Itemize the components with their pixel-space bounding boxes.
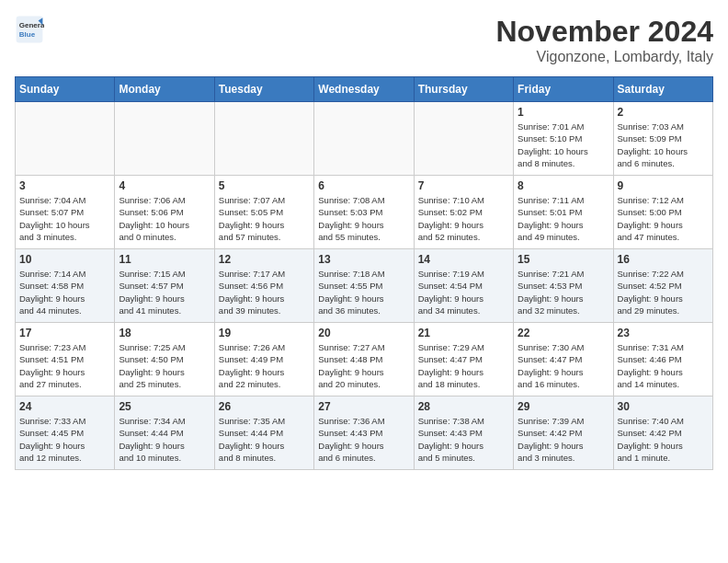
calendar-cell: 29Sunrise: 7:39 AM Sunset: 4:42 PM Dayli…: [514, 396, 613, 470]
calendar-cell: 3Sunrise: 7:04 AM Sunset: 5:07 PM Daylig…: [16, 176, 115, 249]
day-number: 30: [618, 400, 709, 413]
day-info: Sunrise: 7:06 AM Sunset: 5:06 PM Dayligh…: [119, 194, 210, 243]
day-info: Sunrise: 7:35 AM Sunset: 4:44 PM Dayligh…: [219, 415, 310, 464]
day-info: Sunrise: 7:04 AM Sunset: 5:07 PM Dayligh…: [19, 194, 110, 243]
day-info: Sunrise: 7:03 AM Sunset: 5:09 PM Dayligh…: [618, 121, 709, 169]
calendar-cell: 7Sunrise: 7:10 AM Sunset: 5:02 PM Daylig…: [414, 176, 513, 249]
day-info: Sunrise: 7:21 AM Sunset: 4:53 PM Dayligh…: [518, 268, 609, 316]
calendar-cell: [115, 102, 214, 176]
col-header-thursday: Thursday: [414, 77, 513, 102]
calendar-cell: 2Sunrise: 7:03 AM Sunset: 5:09 PM Daylig…: [613, 102, 712, 176]
day-info: Sunrise: 7:25 AM Sunset: 4:50 PM Dayligh…: [119, 341, 210, 390]
calendar-cell: 25Sunrise: 7:34 AM Sunset: 4:44 PM Dayli…: [115, 396, 214, 470]
day-info: Sunrise: 7:31 AM Sunset: 4:46 PM Dayligh…: [618, 341, 709, 390]
calendar-cell: 24Sunrise: 7:33 AM Sunset: 4:45 PM Dayli…: [16, 396, 115, 470]
calendar-header-row: SundayMondayTuesdayWednesdayThursdayFrid…: [16, 77, 713, 102]
col-header-monday: Monday: [115, 77, 214, 102]
calendar-cell: 23Sunrise: 7:31 AM Sunset: 4:46 PM Dayli…: [613, 323, 712, 396]
calendar-week-3: 10Sunrise: 7:14 AM Sunset: 4:58 PM Dayli…: [16, 249, 713, 323]
day-number: 4: [119, 179, 210, 192]
day-info: Sunrise: 7:36 AM Sunset: 4:43 PM Dayligh…: [318, 415, 409, 464]
day-info: Sunrise: 7:17 AM Sunset: 4:56 PM Dayligh…: [219, 268, 310, 316]
day-number: 25: [119, 400, 210, 413]
day-number: 10: [19, 253, 110, 266]
day-info: Sunrise: 7:15 AM Sunset: 4:57 PM Dayligh…: [119, 268, 210, 316]
calendar-cell: 17Sunrise: 7:23 AM Sunset: 4:51 PM Dayli…: [16, 323, 115, 396]
col-header-tuesday: Tuesday: [214, 77, 313, 102]
day-number: 7: [418, 179, 509, 192]
calendar-cell: 21Sunrise: 7:29 AM Sunset: 4:47 PM Dayli…: [414, 323, 513, 396]
day-number: 14: [418, 253, 509, 266]
day-info: Sunrise: 7:29 AM Sunset: 4:47 PM Dayligh…: [418, 341, 509, 390]
day-number: 5: [219, 179, 310, 192]
day-info: Sunrise: 7:01 AM Sunset: 5:10 PM Dayligh…: [518, 121, 609, 169]
calendar-cell: 15Sunrise: 7:21 AM Sunset: 4:53 PM Dayli…: [514, 249, 613, 323]
calendar-cell: 1Sunrise: 7:01 AM Sunset: 5:10 PM Daylig…: [514, 102, 613, 176]
day-info: Sunrise: 7:40 AM Sunset: 4:42 PM Dayligh…: [618, 415, 709, 464]
day-number: 8: [518, 179, 609, 192]
day-info: Sunrise: 7:22 AM Sunset: 4:52 PM Dayligh…: [618, 268, 709, 316]
day-info: Sunrise: 7:18 AM Sunset: 4:55 PM Dayligh…: [318, 268, 409, 316]
day-number: 13: [318, 253, 409, 266]
logo: General Blue: [15, 15, 50, 44]
day-info: Sunrise: 7:38 AM Sunset: 4:43 PM Dayligh…: [418, 415, 509, 464]
calendar-cell: 4Sunrise: 7:06 AM Sunset: 5:06 PM Daylig…: [115, 176, 214, 249]
day-info: Sunrise: 7:12 AM Sunset: 5:00 PM Dayligh…: [618, 194, 709, 243]
calendar-cell: [214, 102, 313, 176]
col-header-saturday: Saturday: [613, 77, 712, 102]
page-header: General Blue November 2024 Vigonzone, Lo…: [15, 15, 713, 65]
calendar-week-2: 3Sunrise: 7:04 AM Sunset: 5:07 PM Daylig…: [16, 176, 713, 249]
day-info: Sunrise: 7:11 AM Sunset: 5:01 PM Dayligh…: [518, 194, 609, 243]
day-info: Sunrise: 7:26 AM Sunset: 4:49 PM Dayligh…: [219, 341, 310, 390]
day-info: Sunrise: 7:14 AM Sunset: 4:58 PM Dayligh…: [19, 268, 110, 316]
day-info: Sunrise: 7:08 AM Sunset: 5:03 PM Dayligh…: [318, 194, 409, 243]
calendar-table: SundayMondayTuesdayWednesdayThursdayFrid…: [15, 76, 713, 470]
calendar-cell: 5Sunrise: 7:07 AM Sunset: 5:05 PM Daylig…: [214, 176, 313, 249]
col-header-sunday: Sunday: [16, 77, 115, 102]
subtitle: Vigonzone, Lombardy, Italy: [495, 49, 713, 65]
calendar-cell: 19Sunrise: 7:26 AM Sunset: 4:49 PM Dayli…: [214, 323, 313, 396]
calendar-cell: 16Sunrise: 7:22 AM Sunset: 4:52 PM Dayli…: [613, 249, 712, 323]
title-area: November 2024 Vigonzone, Lombardy, Italy: [495, 15, 713, 65]
day-number: 6: [318, 179, 409, 192]
calendar-cell: 26Sunrise: 7:35 AM Sunset: 4:44 PM Dayli…: [214, 396, 313, 470]
day-number: 1: [518, 106, 609, 119]
day-number: 21: [418, 327, 509, 339]
day-number: 26: [219, 400, 310, 413]
day-number: 29: [518, 400, 609, 413]
calendar-cell: 30Sunrise: 7:40 AM Sunset: 4:42 PM Dayli…: [613, 396, 712, 470]
calendar-cell: 28Sunrise: 7:38 AM Sunset: 4:43 PM Dayli…: [414, 396, 513, 470]
calendar-cell: 18Sunrise: 7:25 AM Sunset: 4:50 PM Dayli…: [115, 323, 214, 396]
day-number: 15: [518, 253, 609, 266]
day-info: Sunrise: 7:23 AM Sunset: 4:51 PM Dayligh…: [19, 341, 110, 390]
day-number: 2: [618, 106, 709, 119]
day-number: 18: [119, 327, 210, 339]
calendar-cell: [314, 102, 414, 176]
calendar-cell: 22Sunrise: 7:30 AM Sunset: 4:47 PM Dayli…: [514, 323, 613, 396]
calendar-cell: 20Sunrise: 7:27 AM Sunset: 4:48 PM Dayli…: [314, 323, 414, 396]
calendar-cell: 13Sunrise: 7:18 AM Sunset: 4:55 PM Dayli…: [314, 249, 414, 323]
calendar-cell: 6Sunrise: 7:08 AM Sunset: 5:03 PM Daylig…: [314, 176, 414, 249]
day-number: 3: [19, 179, 110, 192]
calendar-cell: 14Sunrise: 7:19 AM Sunset: 4:54 PM Dayli…: [414, 249, 513, 323]
day-number: 16: [618, 253, 709, 266]
day-info: Sunrise: 7:07 AM Sunset: 5:05 PM Dayligh…: [219, 194, 310, 243]
day-number: 17: [19, 327, 110, 339]
day-number: 11: [119, 253, 210, 266]
day-number: 24: [19, 400, 110, 413]
calendar-cell: 10Sunrise: 7:14 AM Sunset: 4:58 PM Dayli…: [16, 249, 115, 323]
calendar-cell: 12Sunrise: 7:17 AM Sunset: 4:56 PM Dayli…: [214, 249, 313, 323]
day-number: 12: [219, 253, 310, 266]
svg-text:General: General: [19, 21, 44, 29]
day-info: Sunrise: 7:39 AM Sunset: 4:42 PM Dayligh…: [518, 415, 609, 464]
logo-icon: General Blue: [15, 15, 44, 44]
day-number: 20: [318, 327, 409, 339]
calendar-cell: 27Sunrise: 7:36 AM Sunset: 4:43 PM Dayli…: [314, 396, 414, 470]
day-info: Sunrise: 7:19 AM Sunset: 4:54 PM Dayligh…: [418, 268, 509, 316]
day-info: Sunrise: 7:30 AM Sunset: 4:47 PM Dayligh…: [518, 341, 609, 390]
calendar-cell: [414, 102, 513, 176]
day-number: 23: [618, 327, 709, 339]
col-header-wednesday: Wednesday: [314, 77, 414, 102]
calendar-week-1: 1Sunrise: 7:01 AM Sunset: 5:10 PM Daylig…: [16, 102, 713, 176]
calendar-week-5: 24Sunrise: 7:33 AM Sunset: 4:45 PM Dayli…: [16, 396, 713, 470]
